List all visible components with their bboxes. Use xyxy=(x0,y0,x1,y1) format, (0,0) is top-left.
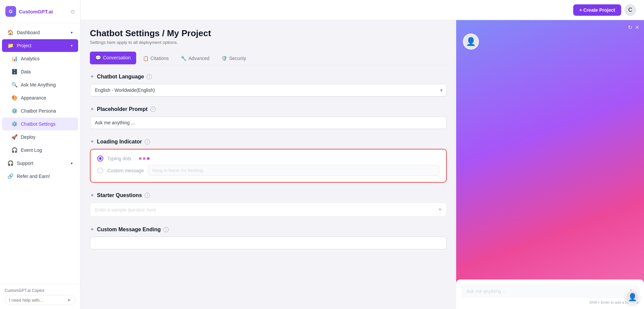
chevron-icon: ▾ xyxy=(71,161,73,166)
sparkle-icon: ✦ xyxy=(90,73,94,80)
sidebar-nav: 🏠 Dashboard ▾ 📁 Project ▾ 📊 Analytics 🗄️… xyxy=(0,23,80,284)
sidebar-item-label: Appearance xyxy=(21,95,46,101)
tab-conversation[interactable]: 💬 Conversation xyxy=(90,52,136,64)
sidebar-item-event-log[interactable]: 🎧 Event Log xyxy=(2,144,78,157)
sidebar-item-chatbot-persona[interactable]: ⚙️ Chatbot Persona xyxy=(2,105,78,117)
tabs: 💬 Conversation 📋 Citations 🔧 Advanced 🛡️… xyxy=(90,52,447,65)
typing-dots-radio[interactable] xyxy=(97,156,103,162)
topbar: + Create Project C xyxy=(80,0,644,20)
chatbot-language-section: ✦ Chatbot Language i English - Worldwide… xyxy=(90,73,447,97)
sidebar-item-refer-earn[interactable]: 🔗 Refer and Earn! xyxy=(2,170,78,183)
section-header: ✦ Loading Indicator i xyxy=(90,138,447,145)
placeholder-prompt-section: ✦ Placeholder Prompt i xyxy=(90,106,447,129)
citations-tab-icon: 📋 xyxy=(143,56,149,61)
sidebar-item-deploy[interactable]: 🚀 Deploy xyxy=(2,131,78,143)
clock-icon[interactable]: ⊙ xyxy=(70,8,75,15)
loading-indicator-section: ✦ Loading Indicator i Typing dots xyxy=(90,138,447,183)
settings-icon: ⚙️ xyxy=(11,121,17,127)
sidebar-item-label: Data xyxy=(21,69,31,74)
typing-dots-preview xyxy=(139,157,150,160)
topbar-avatar[interactable]: C xyxy=(625,4,636,16)
chat-input-section: Ask me anything ... ➤ Shift + Enter to a… xyxy=(456,280,644,309)
starter-question-input-wrap: + xyxy=(90,202,447,217)
sidebar-item-label: Chatbot Persona xyxy=(21,108,56,114)
refresh-icon[interactable]: ↻ xyxy=(628,24,632,30)
sidebar-item-label: Support xyxy=(17,161,33,166)
tab-label: Conversation xyxy=(103,55,131,60)
tab-security[interactable]: 🛡️ Security xyxy=(216,52,252,65)
dot-3 xyxy=(147,157,150,160)
sidebar-item-ask-me-anything[interactable]: 🔍 Ask Me Anything xyxy=(2,78,78,91)
custom-message-radio[interactable] xyxy=(97,168,103,174)
tab-advanced[interactable]: 🔧 Advanced xyxy=(175,52,215,65)
section-header: ✦ Custom Message Ending i xyxy=(90,226,447,233)
sparkle-icon: ✦ xyxy=(90,192,94,198)
chatbot-language-info-icon[interactable]: i xyxy=(147,74,152,79)
conversation-tab-icon: 💬 xyxy=(95,55,101,60)
section-header: ✦ Starter Questions i xyxy=(90,192,447,198)
section-header: ✦ Chatbot Language i xyxy=(90,73,447,80)
language-select-wrap: English - Worldwide(English) ▾ xyxy=(90,84,447,97)
custom-message-ending-section: ✦ Custom Message Ending i xyxy=(90,226,447,249)
sidebar-item-support[interactable]: 🎧 Support ▾ xyxy=(2,157,78,170)
section-title: Loading Indicator xyxy=(97,139,142,145)
event-log-icon: 🎧 xyxy=(11,147,17,153)
search-icon: 🔍 xyxy=(11,82,17,88)
sidebar-item-data[interactable]: 🗄️ Data xyxy=(2,65,78,78)
section-title: Placeholder Prompt xyxy=(97,106,148,112)
sidebar-item-label: Chatbot Settings xyxy=(21,121,56,127)
copilot-send-icon[interactable]: ➤ xyxy=(67,297,71,303)
sparkle-icon: ✦ xyxy=(90,226,94,233)
sidebar-item-label: Event Log xyxy=(21,147,42,153)
chat-preview-topbar: ↻ ✕ xyxy=(456,20,644,35)
custom-message-input[interactable] xyxy=(148,165,439,176)
main-area: + Create Project C Chatbot Settings / My… xyxy=(80,0,644,309)
sidebar-item-appearance[interactable]: 🎨 Appearance xyxy=(2,91,78,104)
create-project-button[interactable]: + Create Project xyxy=(573,4,621,16)
page-title: Chatbot Settings / My Project xyxy=(90,28,447,39)
dot-1 xyxy=(139,157,142,160)
support-icon: 🎧 xyxy=(7,160,13,166)
sidebar: G CustomGPT.ai ⊙ 🏠 Dashboard ▾ 📁 Project… xyxy=(0,0,80,309)
sidebar-item-label: Project xyxy=(17,43,32,48)
typing-dots-row: Typing dots xyxy=(97,156,439,162)
analytics-icon: 📊 xyxy=(11,56,17,62)
chat-input-area: Ask me anything ... ➤ xyxy=(462,284,639,298)
settings-panel: Chatbot Settings / My Project Settings h… xyxy=(80,20,456,309)
sparkle-icon: ✦ xyxy=(90,138,94,145)
sidebar-item-dashboard[interactable]: 🏠 Dashboard ▾ xyxy=(2,26,78,39)
section-header: ✦ Placeholder Prompt i xyxy=(90,106,447,112)
sidebar-item-chatbot-settings[interactable]: ⚙️ Chatbot Settings xyxy=(2,118,78,130)
tab-label: Security xyxy=(229,56,246,61)
page-subtitle: Settings here apply to all deployment op… xyxy=(90,40,447,45)
custom-message-ending-input[interactable] xyxy=(90,237,447,249)
sidebar-item-project[interactable]: 📁 Project ▾ xyxy=(2,39,78,52)
dashboard-icon: 🏠 xyxy=(7,29,13,36)
custom-ending-info-icon[interactable]: i xyxy=(163,227,169,232)
sidebar-item-analytics[interactable]: 📊 Analytics xyxy=(2,52,78,65)
placeholder-prompt-input[interactable] xyxy=(90,116,447,129)
copilot-label: CustomGPT.ai Copilot xyxy=(5,288,75,293)
sparkle-icon: ✦ xyxy=(90,106,94,112)
loading-info-icon[interactable]: i xyxy=(145,139,150,144)
section-title: Starter Questions xyxy=(97,192,142,198)
starter-question-input[interactable] xyxy=(90,204,433,216)
language-select[interactable]: English - Worldwide(English) xyxy=(90,84,447,97)
copilot-input[interactable] xyxy=(9,298,67,303)
starter-questions-info-icon[interactable]: i xyxy=(145,193,150,198)
tab-label: Citations xyxy=(151,56,169,61)
tab-citations[interactable]: 📋 Citations xyxy=(138,52,174,65)
section-title: Chatbot Language xyxy=(97,74,144,80)
bottom-right-avatar[interactable]: 👤 xyxy=(625,290,639,304)
close-preview-icon[interactable]: ✕ xyxy=(635,24,639,30)
placeholder-info-icon[interactable]: i xyxy=(150,107,156,112)
logo-text: CustomGPT.ai xyxy=(19,9,53,14)
data-icon: 🗄️ xyxy=(11,69,17,75)
sidebar-item-label: Analytics xyxy=(21,56,40,61)
chevron-icon: ▾ xyxy=(71,44,73,48)
chat-hint-text: Shift + Enter to add a new line xyxy=(462,300,639,304)
chevron-icon: ▾ xyxy=(71,30,73,35)
custom-message-label: Custom message xyxy=(107,168,144,173)
add-starter-question-button[interactable]: + xyxy=(433,203,446,217)
project-icon: 📁 xyxy=(7,43,13,49)
